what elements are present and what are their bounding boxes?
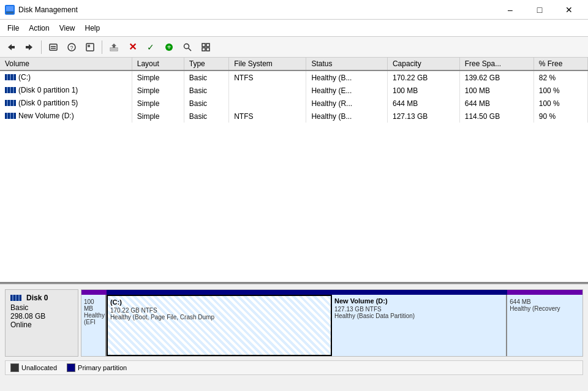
table-header-row: Volume Layout Type File System Status Ca… xyxy=(0,58,588,70)
check-button[interactable]: ✓ xyxy=(142,39,159,55)
cell-layout: Simple xyxy=(132,110,184,123)
cell-layout: Simple xyxy=(132,70,184,84)
toolbar: ? ✕ ✓ + xyxy=(0,37,588,58)
toolbar-sep-2 xyxy=(102,40,102,54)
cell-pct: 82 % xyxy=(533,70,587,84)
delete-button[interactable]: ✕ xyxy=(124,39,141,55)
cell-type: Basic xyxy=(184,84,228,97)
window-title: Disk Management xyxy=(18,6,78,14)
col-layout: Layout xyxy=(132,58,184,70)
table-row[interactable]: New Volume (D:)SimpleBasicNTFSHealthy (B… xyxy=(0,110,588,123)
disk-map-pane: Disk 0 Basic 298.08 GB Online 100 MB xyxy=(0,284,588,391)
volume-table-pane: Volume Layout Type File System Status Ca… xyxy=(0,58,588,284)
partition-recovery[interactable]: 644 MB Healthy (Recovery xyxy=(507,295,582,356)
svg-rect-1 xyxy=(6,12,13,13)
cell-fs xyxy=(229,97,306,110)
svg-rect-23 xyxy=(206,48,209,51)
menu-view[interactable]: View xyxy=(55,22,80,34)
cell-layout: Simple xyxy=(132,97,184,110)
disk-legend: Unallocated Primary partition xyxy=(5,360,583,375)
disk-size: 298.08 GB xyxy=(10,312,73,321)
cell-free: 114.50 GB xyxy=(459,110,533,123)
table-row[interactable]: (C:)SimpleBasicNTFSHealthy (B...170.22 G… xyxy=(0,70,588,84)
cell-status: Healthy (B... xyxy=(306,70,388,84)
maximize-button[interactable]: □ xyxy=(526,1,554,18)
cell-pct: 90 % xyxy=(533,110,587,123)
svg-point-18 xyxy=(184,44,189,48)
svg-rect-22 xyxy=(202,48,205,51)
table-row[interactable]: (Disk 0 partition 5)SimpleBasicHealthy (… xyxy=(0,97,588,110)
main-content: Volume Layout Type File System Status Ca… xyxy=(0,58,588,391)
col-pctfree: % Free xyxy=(533,58,587,70)
settings-button[interactable] xyxy=(197,39,214,55)
menu-help[interactable]: Help xyxy=(80,22,105,34)
svg-rect-5 xyxy=(26,46,29,48)
cell-free: 100 MB xyxy=(459,84,533,97)
disk-status: Online xyxy=(10,321,73,329)
menu-action[interactable]: Action xyxy=(24,22,54,34)
col-freespace: Free Spa... xyxy=(459,58,533,70)
svg-rect-21 xyxy=(206,44,209,47)
cell-volume: (C:) xyxy=(0,70,132,84)
svg-rect-8 xyxy=(51,48,56,49)
app-icon xyxy=(5,5,15,15)
add-button[interactable]: + xyxy=(160,39,178,55)
toolbar-sep-1 xyxy=(41,40,42,54)
cell-status: Healthy (R... xyxy=(306,97,388,110)
disk-row: Disk 0 Basic 298.08 GB Online 100 MB xyxy=(5,289,583,357)
svg-rect-14 xyxy=(111,48,117,50)
svg-rect-3 xyxy=(12,46,15,48)
svg-marker-4 xyxy=(29,44,32,50)
cell-free: 644 MB xyxy=(459,97,533,110)
svg-text:+: + xyxy=(167,43,171,51)
cell-fs: NTFS xyxy=(229,110,306,123)
cell-fs: NTFS xyxy=(229,70,306,84)
cell-volume: (Disk 0 partition 5) xyxy=(0,97,132,110)
col-volume: Volume xyxy=(0,58,132,70)
table-row[interactable]: (Disk 0 partition 1)SimpleBasicHealthy (… xyxy=(0,84,588,97)
close-button[interactable]: ✕ xyxy=(555,1,583,18)
menu-bar: File Action View Help xyxy=(0,20,588,37)
volume-table: Volume Layout Type File System Status Ca… xyxy=(0,58,588,123)
partition-d[interactable]: New Volume (D:) 127.13 GB NTFS Healthy (… xyxy=(332,295,507,356)
cell-type: Basic xyxy=(184,97,228,110)
title-bar: Disk Management – □ ✕ xyxy=(0,0,588,20)
minimize-button[interactable]: – xyxy=(496,1,524,18)
svg-rect-6 xyxy=(50,44,57,50)
cell-capacity: 100 MB xyxy=(387,84,459,97)
disk-map-body: 100 MB Healthy (EFI (C:) 170.22 GB NTFS … xyxy=(81,295,582,356)
col-type: Type xyxy=(184,58,228,70)
cell-volume: (Disk 0 partition 1) xyxy=(0,84,132,97)
svg-line-19 xyxy=(189,48,192,51)
cell-layout: Simple xyxy=(132,84,184,97)
cell-volume: New Volume (D:) xyxy=(0,110,132,123)
disk-name: Disk 0 xyxy=(10,294,73,302)
svg-text:?: ? xyxy=(70,45,73,51)
cell-pct: 100 % xyxy=(533,97,587,110)
cell-pct: 100 % xyxy=(533,84,587,97)
legend-primary: Primary partition xyxy=(67,363,127,372)
partition-c[interactable]: (C:) 170.22 GB NTFS Healthy (Boot, Page … xyxy=(107,295,332,356)
window-controls: – □ ✕ xyxy=(496,1,583,18)
partition-efi[interactable]: 100 MB Healthy (EFI xyxy=(81,295,107,356)
legend-unallocated: Unallocated xyxy=(10,363,57,372)
svg-rect-20 xyxy=(202,44,205,47)
refresh-button[interactable] xyxy=(81,39,99,55)
cell-type: Basic xyxy=(184,110,228,123)
help-button[interactable]: ? xyxy=(63,39,80,55)
cell-capacity: 127.13 GB xyxy=(387,110,459,123)
search-button[interactable] xyxy=(179,39,196,55)
legend-unallocated-label: Unallocated xyxy=(21,364,57,371)
cell-capacity: 170.22 GB xyxy=(387,70,459,84)
svg-rect-7 xyxy=(51,46,56,47)
properties-button[interactable] xyxy=(45,39,62,55)
col-status: Status xyxy=(306,58,388,70)
back-button[interactable] xyxy=(2,39,20,55)
cell-status: Healthy (B... xyxy=(306,110,388,123)
export-button[interactable] xyxy=(105,39,123,55)
svg-rect-12 xyxy=(88,45,90,47)
cell-type: Basic xyxy=(184,70,228,84)
forward-button[interactable] xyxy=(21,39,38,55)
col-capacity: Capacity xyxy=(387,58,459,70)
menu-file[interactable]: File xyxy=(2,22,24,34)
